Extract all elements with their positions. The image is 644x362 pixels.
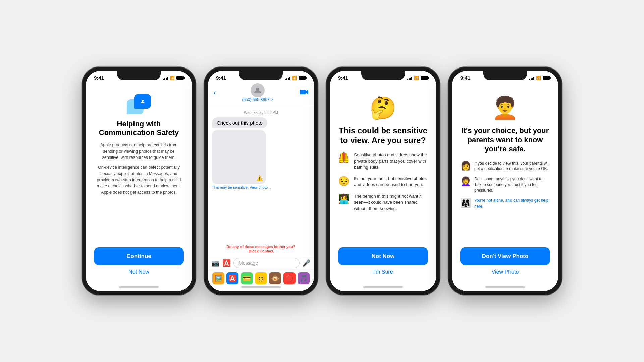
bar4 <box>289 77 290 80</box>
notch-3 <box>361 71 405 80</box>
status-time-4: 9:41 <box>460 75 470 81</box>
red-icon[interactable]: 🔴 <box>283 272 296 284</box>
parent-item-text-3: You're not alone, and can always get hel… <box>474 198 550 209</box>
phone1-body2: On-device intelligence can detect potent… <box>94 164 184 196</box>
view-photo-link[interactable]: View photo... <box>250 185 271 189</box>
bar3 <box>532 78 533 80</box>
wifi-icon-3: 📶 <box>414 76 419 80</box>
memoji-icon[interactable]: 😊 <box>255 272 267 284</box>
warning-item-text-2: It's not your fault, but sensitive photo… <box>354 176 428 188</box>
audio-icon[interactable]: 🎤 <box>302 259 311 267</box>
im-sure-button[interactable]: I'm Sure <box>373 269 393 275</box>
parent-item-icon-2: 👩‍🦱 <box>460 176 471 187</box>
applepay-icon[interactable]: 💳 <box>241 272 253 284</box>
battery-icon-3 <box>421 76 428 80</box>
continue-button[interactable]: Continue <box>94 247 184 265</box>
photos-app-icon[interactable]: 🖼️ <box>212 272 224 284</box>
apps-icon[interactable]: 🅰️ <box>222 259 231 267</box>
home-indicator-4 <box>485 286 525 288</box>
warning-item-1: 🦺 Sensitive photos and videos show the p… <box>338 152 428 171</box>
parent-item-icon-3: 👨‍👩‍👧 <box>460 198 471 208</box>
photo-bubble: ⚠️ <box>212 130 266 184</box>
monkey-icon[interactable]: 🐵 <box>269 272 281 284</box>
bar2 <box>286 78 287 80</box>
battery-icon-1 <box>176 76 184 80</box>
parent-item-1: 👩 If you decide to view this, your paren… <box>460 161 550 172</box>
block-contact-link[interactable]: Block Contact <box>249 249 273 253</box>
not-now-button-1[interactable]: Not Now <box>128 269 149 275</box>
status-time-3: 9:41 <box>338 75 348 81</box>
signal-bars-1 <box>163 76 168 80</box>
status-time-2: 9:41 <box>216 75 226 81</box>
parent-item-icon-1: 👩 <box>460 161 471 171</box>
battery-icon-4 <box>543 76 550 80</box>
comm-safety-icon <box>127 94 151 114</box>
status-icons-1: 📶 <box>163 76 184 80</box>
phone1-body1: Apple products can help protect kids fro… <box>94 142 184 161</box>
message-bubble: Check out this photo <box>212 117 267 128</box>
bar1 <box>407 79 408 80</box>
messages-nav: ‹ (650) 555-8997 > <box>208 82 314 105</box>
parent-title: It's your choice, but your parents want … <box>460 126 550 154</box>
notch-1 <box>117 71 161 80</box>
bar2 <box>164 78 165 80</box>
view-photo-button[interactable]: View Photo <box>492 269 519 275</box>
camera-icon[interactable]: 📷 <box>211 259 220 267</box>
phone-1-wrapper: 9:41 📶 <box>82 67 196 295</box>
appstore-icon[interactable]: 🅰️ <box>226 272 238 284</box>
bar2 <box>531 78 532 80</box>
phone4-content: 🧑‍🦱 It's your choice, but your parents w… <box>452 82 558 284</box>
sensitive-notice: This may be sensitive. View photo... <box>212 185 310 189</box>
back-button[interactable]: ‹ <box>213 88 216 97</box>
help-link[interactable]: here. <box>474 204 483 209</box>
warning-item-icon-1: 🦺 <box>338 152 350 163</box>
svg-rect-2 <box>300 90 306 94</box>
phone-3-wrapper: 9:41 📶 🤔 This could be sensitive to view… <box>326 67 440 295</box>
status-time-1: 9:41 <box>94 75 104 81</box>
not-now-button-3[interactable]: Not Now <box>338 247 428 265</box>
bar3 <box>410 78 411 80</box>
battery-icon-2 <box>299 76 306 80</box>
status-icons-4: 📶 <box>529 76 550 80</box>
warning-item-icon-2: 😔 <box>338 176 350 187</box>
bar4 <box>533 77 534 80</box>
warning-title: This could be sensitive to view. Are you… <box>338 126 428 145</box>
bar1 <box>163 79 164 80</box>
signal-bars-2 <box>285 76 290 80</box>
status-icons-2: 📶 <box>285 76 306 80</box>
contact-name[interactable]: (650) 555-8997 > <box>242 97 273 102</box>
bar3 <box>288 78 289 80</box>
phone3-content: 🤔 This could be sensitive to view. Are y… <box>330 82 436 284</box>
svg-point-0 <box>142 100 144 102</box>
contact-avatar <box>251 83 265 97</box>
message-input[interactable]: iMessage <box>233 258 300 268</box>
parent-items: 👩 If you decide to view this, your paren… <box>460 161 550 210</box>
parent-emoji: 🧑‍🦱 <box>492 95 519 121</box>
phone1-title: Helping with Communication Safety <box>94 120 184 137</box>
phone-4-screen: 9:41 📶 🧑‍🦱 It's your choice, but your pa… <box>452 71 558 291</box>
phone-2-screen: 9:41 📶 ‹ <box>208 71 314 291</box>
dont-view-button[interactable]: Don't View Photo <box>460 247 550 265</box>
video-call-button[interactable] <box>299 89 309 97</box>
messages-body: Wednesday 5:38 PM Check out this photo ⚠… <box>208 105 314 242</box>
wifi-icon-4: 📶 <box>536 76 541 80</box>
phones-container: 9:41 📶 <box>68 53 576 309</box>
bar1 <box>285 79 286 80</box>
home-indicator-2 <box>241 286 281 288</box>
notch-2 <box>239 71 283 80</box>
warning-items: 🦺 Sensitive photos and videos show the p… <box>338 152 428 212</box>
bar1 <box>529 79 530 80</box>
phone-1-screen: 9:41 📶 <box>86 71 192 291</box>
warning-item-text-3: The person in this might not want it see… <box>354 193 428 212</box>
bubble-front <box>134 94 151 109</box>
music-icon[interactable]: 🎵 <box>298 272 310 284</box>
message-timestamp: Wednesday 5:38 PM <box>212 110 310 115</box>
parent-item-2: 👩‍🦱 Don't share anything you don't want … <box>460 176 550 193</box>
sensitive-text: This may be sensitive. <box>212 185 249 189</box>
notch-4 <box>483 71 527 80</box>
dock-bar: 🖼️ 🅰️ 💳 😊 🐵 🔴 🎵 <box>208 270 314 284</box>
wifi-icon-2: 📶 <box>292 76 297 80</box>
phone-3-screen: 9:41 📶 🤔 This could be sensitive to view… <box>330 71 436 291</box>
signal-bars-4 <box>529 76 534 80</box>
bar4 <box>167 77 168 80</box>
